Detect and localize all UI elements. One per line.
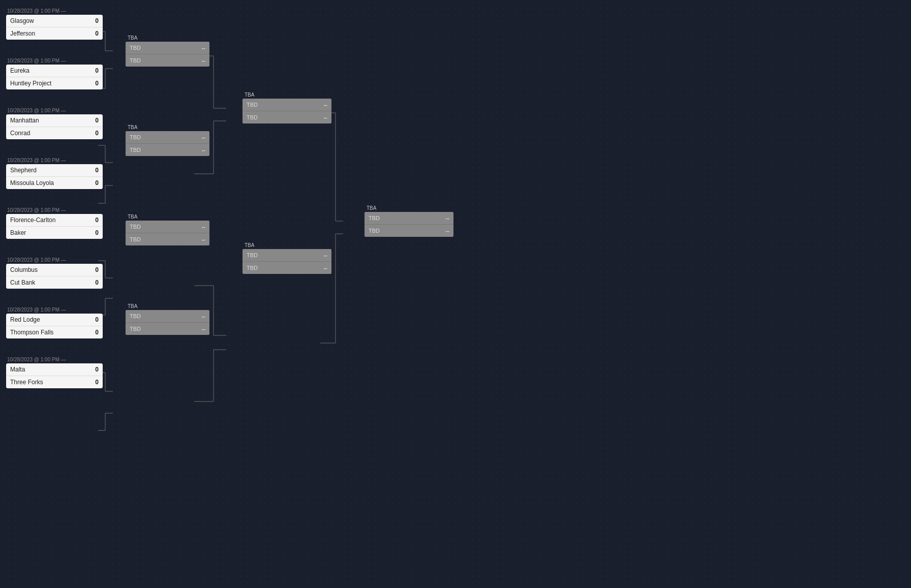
team-name-columbus: Columbus bbox=[10, 266, 88, 273]
r2-match1-label: TBA bbox=[126, 34, 220, 42]
match-card-1: Glasgow 0 Jefferson 0 bbox=[6, 15, 103, 40]
r2-match-card-3: TBD -- TBD -- bbox=[126, 221, 209, 245]
spacer bbox=[6, 190, 110, 205]
team-score-florence: 0 bbox=[88, 216, 99, 224]
match-date-5: 10/28/2023 @ 1:00 PM — bbox=[6, 205, 110, 214]
spacer bbox=[6, 339, 110, 355]
team-row-malta: Malta 0 bbox=[6, 363, 103, 376]
r3-team-name-2-bottom: TBD bbox=[247, 265, 317, 271]
team-score-glasgow: 0 bbox=[88, 17, 99, 24]
r2-team-name-1-bottom: TBD bbox=[130, 57, 195, 64]
r2-match-card-4: TBD -- TBD -- bbox=[126, 310, 209, 335]
r1-to-r2-spacer bbox=[110, 6, 126, 389]
r2-match-card-2: TBD -- TBD -- bbox=[126, 131, 209, 156]
team-name-eureka: Eureka bbox=[10, 67, 88, 74]
r2-team-row-2-top: TBD -- bbox=[126, 131, 209, 144]
r2-spacer-3 bbox=[126, 246, 220, 302]
team-name-malta: Malta bbox=[10, 366, 88, 373]
spacer bbox=[6, 290, 110, 305]
match-group-4: 10/28/2023 @ 1:00 PM — Shepherd 0 Missou… bbox=[6, 156, 110, 190]
match-date-3: 10/28/2023 @ 1:00 PM — bbox=[6, 106, 110, 114]
r4-team-name-1-bottom: TBD bbox=[369, 228, 439, 234]
match-group-6: 10/28/2023 @ 1:00 PM — Columbus 0 Cut Ba… bbox=[6, 255, 110, 290]
spacer bbox=[6, 90, 110, 106]
match-group-5: 10/28/2023 @ 1:00 PM — Florence-Carlton … bbox=[6, 205, 110, 240]
team-score-shepherd: 0 bbox=[88, 167, 99, 174]
team-row-cutbank: Cut Bank 0 bbox=[6, 276, 103, 289]
team-name-manhattan: Manhattan bbox=[10, 117, 88, 124]
match-card-4: Shepherd 0 Missoula Loyola 0 bbox=[6, 164, 103, 189]
r2-spacer-2 bbox=[126, 157, 220, 213]
r2-team-score-2-top: -- bbox=[195, 134, 205, 140]
team-name-cutbank: Cut Bank bbox=[10, 279, 88, 286]
team-name-jefferson: Jefferson bbox=[10, 30, 88, 37]
r2-match-group-3: TBA TBD -- TBD -- bbox=[126, 213, 220, 246]
team-row-eureka: Eureka 0 bbox=[6, 65, 103, 77]
spacer bbox=[6, 240, 110, 255]
match-date-1: 10/28/2023 @ 1:00 PM — bbox=[6, 6, 110, 15]
match-group-2: 10/28/2023 @ 1:00 PM — Eureka 0 Huntley … bbox=[6, 56, 110, 90]
team-name-threeforks: Three Forks bbox=[10, 379, 88, 386]
r3-match2-label: TBA bbox=[242, 241, 342, 249]
r3-match-group-1: TBA TBD -- TBD -- bbox=[242, 91, 342, 125]
team-row-redlodge: Red Lodge 0 bbox=[6, 314, 103, 326]
team-score-baker: 0 bbox=[88, 229, 99, 236]
r2-spacer-1 bbox=[126, 68, 220, 123]
r2-team-name-4-bottom: TBD bbox=[130, 326, 195, 332]
r3-team-score-1-bottom: -- bbox=[317, 114, 327, 120]
r3-spacer-1 bbox=[242, 125, 342, 241]
r2-team-name-3-bottom: TBD bbox=[130, 236, 195, 242]
r2-team-score-4-bottom: -- bbox=[195, 326, 205, 332]
r2-team-name-2-bottom: TBD bbox=[130, 147, 195, 153]
r4-team-row-1-top: TBD -- bbox=[365, 212, 453, 225]
team-row-thompsonfalls: Thompson Falls 0 bbox=[6, 326, 103, 338]
team-name-missoula: Missoula Loyola bbox=[10, 179, 88, 187]
round2-column: TBA TBD -- TBD -- TBA bbox=[126, 6, 220, 389]
r4-team-row-1-bottom: TBD -- bbox=[365, 225, 453, 237]
team-row-manhattan: Manhattan 0 bbox=[6, 114, 103, 127]
r3-team-name-1-top: TBD bbox=[247, 102, 317, 108]
r3-match-card-2: TBD -- TBD -- bbox=[242, 249, 331, 274]
team-score-thompsonfalls: 0 bbox=[88, 329, 99, 336]
match-card-5: Florence-Carlton 0 Baker 0 bbox=[6, 214, 103, 239]
r3-match-card-1: TBD -- TBD -- bbox=[242, 99, 331, 123]
team-row-shepherd: Shepherd 0 bbox=[6, 164, 103, 177]
r3-team-name-2-top: TBD bbox=[247, 252, 317, 258]
round3-column: TBA TBD -- TBD -- TBA bbox=[242, 6, 342, 389]
r4-match1-label: TBA bbox=[365, 204, 466, 212]
r2-team-row-3-top: TBD -- bbox=[126, 221, 209, 233]
r2-team-score-3-top: -- bbox=[195, 224, 205, 230]
r2-team-row-3-bottom: TBD -- bbox=[126, 233, 209, 245]
match-date-2: 10/28/2023 @ 1:00 PM — bbox=[6, 56, 110, 65]
r4-team-score-1-bottom: -- bbox=[439, 228, 449, 234]
team-row-huntley: Huntley Project 0 bbox=[6, 77, 103, 89]
r2-team-score-3-bottom: -- bbox=[195, 236, 205, 242]
r2-team-name-3-top: TBD bbox=[130, 224, 195, 230]
r4-team-score-1-top: -- bbox=[439, 215, 449, 221]
r3-team-score-2-bottom: -- bbox=[317, 265, 327, 271]
r2-match4-label: TBA bbox=[126, 302, 220, 310]
team-name-florence: Florence-Carlton bbox=[10, 216, 88, 224]
r3-team-row-1-bottom: TBD -- bbox=[242, 111, 331, 123]
team-row-baker: Baker 0 bbox=[6, 227, 103, 239]
r2-team-name-2-top: TBD bbox=[130, 134, 195, 140]
match-card-6: Columbus 0 Cut Bank 0 bbox=[6, 264, 103, 289]
match-card-3: Manhattan 0 Conrad 0 bbox=[6, 114, 103, 139]
team-row-glasgow: Glasgow 0 bbox=[6, 15, 103, 27]
r2-team-name-4-top: TBD bbox=[130, 313, 195, 319]
r2-match-group-4: TBA TBD -- TBD -- bbox=[126, 302, 220, 336]
team-name-shepherd: Shepherd bbox=[10, 167, 88, 174]
team-row-jefferson: Jefferson 0 bbox=[6, 27, 103, 40]
r3-team-score-1-top: -- bbox=[317, 102, 327, 108]
team-row-threeforks: Three Forks 0 bbox=[6, 376, 103, 388]
r2-to-r3-spacer bbox=[220, 6, 242, 389]
team-row-missoula: Missoula Loyola 0 bbox=[6, 177, 103, 189]
team-score-huntley: 0 bbox=[88, 80, 99, 87]
match-card-8: Malta 0 Three Forks 0 bbox=[6, 363, 103, 388]
team-score-conrad: 0 bbox=[88, 130, 99, 137]
match-date-7: 10/28/2023 @ 1:00 PM — bbox=[6, 305, 110, 314]
r2-team-row-4-top: TBD -- bbox=[126, 310, 209, 323]
r2-team-row-2-bottom: TBD -- bbox=[126, 144, 209, 156]
team-score-columbus: 0 bbox=[88, 266, 99, 273]
r2-team-score-2-bottom: -- bbox=[195, 147, 205, 153]
